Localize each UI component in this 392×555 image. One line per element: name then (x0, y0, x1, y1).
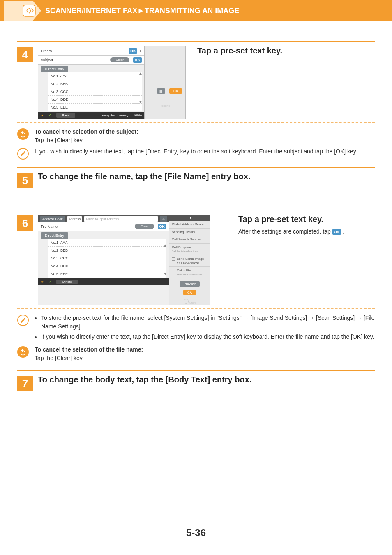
undo-icon (17, 346, 29, 358)
step-title: To change the body text, tap the [Body T… (38, 375, 375, 384)
filename-dialog-screenshot: Address Book Address Touch to input Addr… (38, 215, 169, 305)
receive-label: Receive (160, 104, 170, 107)
back-button[interactable]: Back (56, 113, 75, 118)
divider (17, 167, 375, 168)
step-description: After the settings are completed, tap OK… (238, 227, 375, 236)
scanner-logo-icon (4, 1, 41, 21)
list-item[interactable]: No.5 EEE (48, 104, 142, 111)
list-item[interactable]: No.5 EEE (48, 270, 166, 278)
direct-entry-note: If you wish to directly enter the text, … (35, 148, 357, 155)
side-sending-history[interactable]: Sending History (169, 229, 210, 236)
list-item[interactable]: No.3 CCC (48, 254, 166, 262)
step-number: 4 (17, 47, 33, 62)
undo-icon (17, 128, 29, 140)
pencil-icon (17, 148, 29, 160)
ok-button[interactable]: OK (129, 48, 138, 54)
ok-button[interactable]: OK (158, 224, 167, 229)
list-item[interactable]: No.4 DDD (48, 96, 142, 104)
subject-dialog-screenshot: Others OK Subject Clear OK Direct En (38, 46, 145, 119)
list-item[interactable]: No.1 AAA (48, 239, 166, 247)
file-name-label: File Name (41, 224, 58, 229)
dashed-divider (17, 308, 375, 309)
list-item[interactable]: No.1 AAA (48, 72, 142, 80)
memory-label: reception memory (102, 113, 129, 117)
dialog-title: Others (41, 49, 52, 53)
side-quick-file[interactable]: Quick File Store Data Temporarily (169, 267, 210, 278)
dashed-divider (17, 122, 375, 123)
scrollbar[interactable]: ▲▼ (138, 71, 143, 104)
cancel-text: Tap the [Clear] key. (35, 355, 84, 361)
step-number: 6 (17, 215, 33, 231)
step-title: Tap a pre-set text key. (197, 46, 375, 56)
step-5: 5 To change the file name, tap the [File… (17, 172, 375, 188)
checkbox-icon[interactable] (172, 257, 175, 261)
subject-label: Subject (41, 58, 53, 62)
clear-button[interactable]: Clear (110, 57, 129, 62)
memory-value: 100% (134, 113, 142, 117)
address-input[interactable]: Touch to input Address (84, 216, 158, 222)
divider (17, 210, 375, 210)
step-number: 5 (17, 173, 33, 188)
direct-entry-tab[interactable]: Direct Entry (41, 66, 68, 72)
pencil-icon (17, 314, 29, 326)
ca-button[interactable]: CA (183, 290, 196, 295)
side-send-same-image[interactable]: Send Same Image as Fax Address (169, 255, 210, 267)
side-call-program[interactable]: Call Program Call Registered settings (169, 244, 210, 255)
bullet-item: To store the pre-set text for the file n… (41, 314, 375, 331)
clear-button[interactable]: Clear (135, 224, 154, 229)
step-4: 4 Others OK Subject Clear (17, 46, 375, 119)
cancel-heading: To cancel the selection of the file name… (35, 346, 143, 353)
step-7: 7 To change the body text, tap the [Body… (17, 375, 375, 391)
others-button[interactable]: Others (56, 280, 78, 284)
expand-icon[interactable] (190, 217, 191, 219)
ca-button[interactable]: CA (169, 88, 182, 94)
address-book-tab[interactable]: Address Book (40, 216, 65, 222)
divider (17, 370, 375, 371)
cancel-note: To cancel the selection of the file name… (17, 345, 375, 363)
start-label: Start (189, 301, 196, 304)
preview-button[interactable]: Preview (180, 281, 199, 287)
step-number: 7 (17, 376, 33, 391)
page-header: SCANNER/INTERNET FAX►TRANSMITTING AN IMA… (0, 0, 392, 21)
list-item[interactable]: No.3 CCC (48, 88, 142, 96)
checkbox-icon[interactable] (172, 269, 175, 272)
search-icon[interactable]: ⌕ (160, 216, 167, 222)
side-panel: Global Address Search Sending History Ca… (169, 215, 210, 305)
step-title: To change the file name, tap the [File N… (38, 172, 375, 181)
side-call-search-number[interactable]: Call Search Number (169, 236, 210, 244)
step-6: 6 Address Book Address Touch to input Ad… (17, 215, 375, 305)
ok-badge-inline: OK (332, 229, 341, 235)
cancel-text: Tap the [Clear] key. (35, 137, 84, 143)
page-number: 5-36 (0, 527, 392, 539)
cancel-note: To cancel the selection of the subject: … (17, 127, 375, 145)
dialog-side-panel: ▦ CA Receive (145, 46, 186, 119)
step-title: Tap a pre-set text key. (238, 215, 375, 224)
address-tab[interactable]: Address (67, 216, 82, 222)
ok-button[interactable]: OK (133, 57, 142, 63)
list-item[interactable]: No.4 DDD (48, 262, 166, 270)
side-global-search[interactable]: Global Address Search (169, 221, 210, 229)
bullet-item: If you wish to directly enter the text, … (41, 333, 375, 341)
preview-icon[interactable]: ▦ (157, 88, 165, 94)
direct-entry-tab[interactable]: Direct Entry (41, 232, 68, 239)
expand-icon[interactable] (140, 50, 142, 52)
start-icon[interactable] (184, 299, 189, 304)
list-item[interactable]: No.2 BBB (48, 80, 142, 88)
cancel-heading: To cancel the selection of the subject: (35, 128, 138, 135)
scrollbar[interactable]: ▲▼ (163, 243, 167, 276)
info-note: If you wish to directly enter the text, … (17, 147, 375, 160)
list-item[interactable]: No.2 BBB (48, 247, 166, 254)
info-note: To store the pre-set text for the file n… (17, 314, 375, 343)
divider (17, 41, 375, 42)
page-header-title: SCANNER/INTERNET FAX►TRANSMITTING AN IMA… (45, 7, 239, 15)
